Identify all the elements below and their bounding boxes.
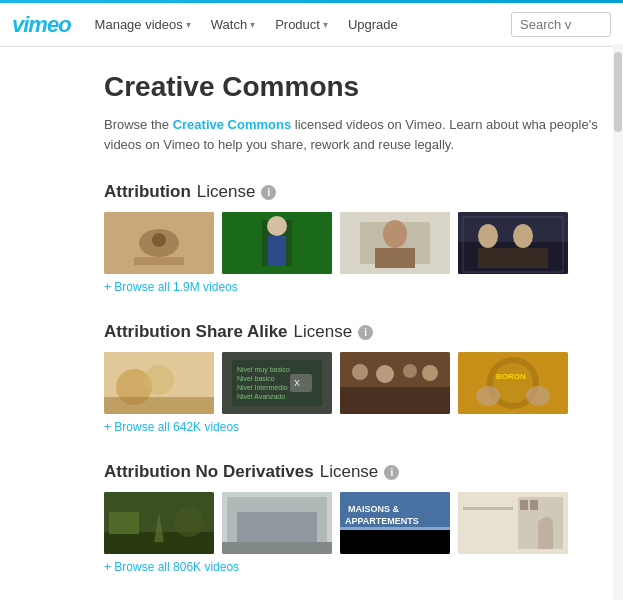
main-content: Creative Commons Browse the Creative Com… xyxy=(0,47,623,600)
section-share-alike: Attribution Share Alike License i Nivel … xyxy=(104,322,599,434)
info-icon[interactable]: i xyxy=(358,325,373,340)
attribution-license-title: Attribution License i xyxy=(104,182,599,202)
chevron-down-icon: ▾ xyxy=(250,19,255,30)
svg-rect-53 xyxy=(340,527,450,554)
svg-text:Nivel muy basico: Nivel muy basico xyxy=(237,366,290,374)
svg-rect-18 xyxy=(478,248,548,268)
thumbnail[interactable]: Nivel muy basico Nivel basico Nivel Inte… xyxy=(222,352,332,414)
thumbnail[interactable] xyxy=(222,492,332,554)
svg-point-16 xyxy=(478,224,498,248)
svg-rect-51 xyxy=(222,542,332,554)
svg-rect-22 xyxy=(104,397,214,414)
vimeo-logo[interactable]: vimeo xyxy=(12,12,71,38)
attribution-bold: Attribution xyxy=(104,182,191,202)
chevron-down-icon: ▾ xyxy=(186,19,191,30)
attribution-browse-link[interactable]: Browse all 1.9M videos xyxy=(104,280,599,294)
attribution-rest: License xyxy=(197,182,256,202)
svg-text:Nivel Avanzado: Nivel Avanzado xyxy=(237,393,285,400)
scroll-thumb[interactable] xyxy=(614,52,622,132)
svg-rect-12 xyxy=(375,248,415,268)
thumbnail[interactable] xyxy=(104,212,214,274)
svg-rect-50 xyxy=(237,512,317,542)
share-alike-bold: Attribution Share Alike xyxy=(104,322,288,342)
svg-rect-56 xyxy=(340,527,450,530)
no-derivatives-bold: Attribution No Derivatives xyxy=(104,462,314,482)
thumbnail[interactable] xyxy=(104,352,214,414)
info-icon[interactable]: i xyxy=(384,465,399,480)
share-alike-license-title: Attribution Share Alike License i xyxy=(104,322,599,342)
chevron-down-icon: ▾ xyxy=(323,19,328,30)
svg-rect-59 xyxy=(520,500,528,510)
svg-text:Nivel Intermedio: Nivel Intermedio xyxy=(237,384,288,391)
nav-product[interactable]: Product ▾ xyxy=(267,13,336,36)
svg-point-2 xyxy=(152,233,166,247)
thumbnail[interactable]: MAISONS & APPARTEMENTS xyxy=(340,492,450,554)
info-icon[interactable]: i xyxy=(261,185,276,200)
no-derivatives-browse-link[interactable]: Browse all 806K videos xyxy=(104,560,599,574)
svg-point-36 xyxy=(422,365,438,381)
no-derivatives-license-title: Attribution No Derivatives License i xyxy=(104,462,599,482)
main-nav: Manage videos ▾ Watch ▾ Product ▾ Upgrad… xyxy=(87,13,511,36)
svg-point-46 xyxy=(174,507,204,537)
thumbnail[interactable] xyxy=(340,352,450,414)
thumbnail[interactable] xyxy=(458,212,568,274)
intro-text: Browse the Creative Commons licensed vid… xyxy=(104,115,599,154)
thumbnail[interactable] xyxy=(104,492,214,554)
svg-point-35 xyxy=(403,364,417,378)
cc-highlight: Creative Commons xyxy=(173,117,291,132)
thumbnail[interactable] xyxy=(458,492,568,554)
svg-text:BORON: BORON xyxy=(496,372,526,381)
svg-point-33 xyxy=(352,364,368,380)
share-alike-thumbnails: Nivel muy basico Nivel basico Nivel Inte… xyxy=(104,352,599,414)
section-no-derivatives: Attribution No Derivatives License i xyxy=(104,462,599,574)
search-input[interactable] xyxy=(511,12,611,37)
thumbnail[interactable]: BORON xyxy=(458,352,568,414)
nav-watch[interactable]: Watch ▾ xyxy=(203,13,263,36)
page-title: Creative Commons xyxy=(104,71,599,103)
nav-upgrade[interactable]: Upgrade xyxy=(340,13,406,36)
svg-point-11 xyxy=(383,220,407,248)
svg-point-7 xyxy=(267,216,287,236)
svg-rect-3 xyxy=(134,257,184,265)
svg-rect-8 xyxy=(268,236,286,266)
svg-point-21 xyxy=(144,365,174,395)
svg-text:Nivel basico: Nivel basico xyxy=(237,375,275,382)
svg-point-17 xyxy=(513,224,533,248)
attribution-thumbnails xyxy=(104,212,599,274)
svg-rect-61 xyxy=(463,507,513,510)
no-derivatives-rest: License xyxy=(320,462,379,482)
svg-text:MAISONS &: MAISONS & xyxy=(348,504,400,514)
header: vimeo Manage videos ▾ Watch ▾ Product ▾ … xyxy=(0,3,623,47)
svg-point-34 xyxy=(376,365,394,383)
no-derivatives-thumbnails: MAISONS & APPARTEMENTS xyxy=(104,492,599,554)
svg-rect-32 xyxy=(340,387,450,414)
svg-rect-60 xyxy=(530,500,538,510)
scrollbar[interactable] xyxy=(613,44,623,600)
section-attribution: Attribution License i xyxy=(104,182,599,294)
svg-point-41 xyxy=(476,386,500,406)
share-alike-browse-link[interactable]: Browse all 642K videos xyxy=(104,420,599,434)
svg-text:X: X xyxy=(294,378,300,388)
svg-point-42 xyxy=(526,386,550,406)
svg-rect-45 xyxy=(109,512,139,534)
svg-text:APPARTEMENTS: APPARTEMENTS xyxy=(345,516,419,526)
share-alike-rest: License xyxy=(294,322,353,342)
thumbnail[interactable] xyxy=(340,212,450,274)
nav-manage-videos[interactable]: Manage videos ▾ xyxy=(87,13,199,36)
thumbnail[interactable] xyxy=(222,212,332,274)
